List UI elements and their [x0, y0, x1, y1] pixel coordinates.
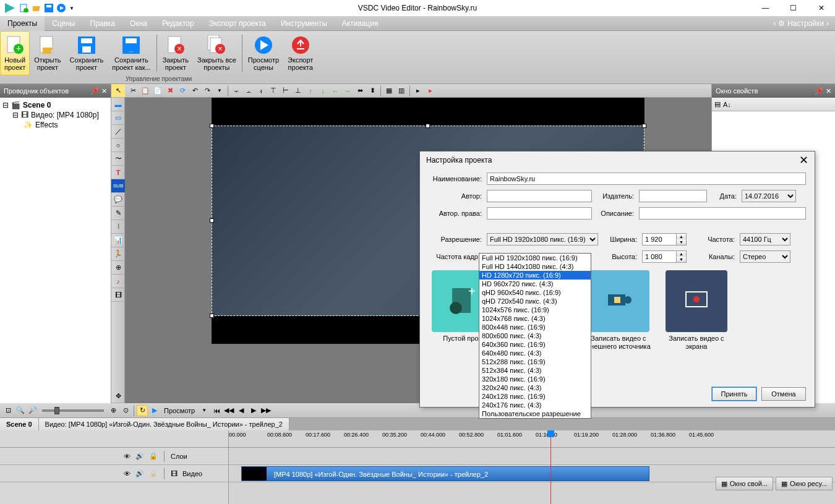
resolution-option[interactable]: HD 960x720 пикс. (4:3) [479, 280, 591, 288]
channels-field[interactable]: Стерео [740, 250, 790, 263]
play-icon[interactable]: ▶ [149, 405, 160, 416]
animation-tool[interactable]: 🏃 [111, 247, 125, 261]
resolution-dropdown[interactable]: Full HD 1920x1080 пикс. (16:9)Full HD 14… [479, 253, 591, 419]
pin-icon[interactable]: 📌 [815, 87, 823, 95]
name-field[interactable] [487, 173, 806, 185]
line-tool[interactable]: ／ [111, 125, 125, 139]
zoom-out-icon[interactable]: 🔎 [27, 405, 38, 416]
timeline-tracks[interactable]: 00.00000:08.60000:17.60000:26.40000:35.2… [229, 430, 835, 504]
up-icon[interactable]: ▲ [677, 234, 686, 239]
categorize-icon[interactable]: ▤ [714, 100, 721, 108]
align-center-icon[interactable]: ⫠ [243, 85, 254, 96]
dropdown-icon[interactable]: ▼ [199, 405, 210, 416]
arrow-left-icon[interactable]: ← [330, 85, 341, 96]
redo-icon[interactable]: ↷ [202, 85, 213, 96]
description-field[interactable] [639, 207, 806, 220]
copy-icon[interactable]: 📋 [140, 85, 151, 96]
tab-tools[interactable]: Инструменты [273, 16, 335, 31]
close-project-button[interactable]: × Закрытьпроект [158, 31, 193, 75]
handle-sw[interactable] [210, 314, 214, 318]
next-icon[interactable]: ▶▶ [260, 405, 272, 416]
resolution-option[interactable]: 640x360 пикс. (16:9) [479, 340, 591, 349]
align-middle-icon[interactable]: ⊢ [280, 85, 291, 96]
resolution-option[interactable]: 512x384 пикс. (4:3) [479, 366, 591, 375]
sort-icon[interactable]: A↓ [723, 101, 731, 108]
resolution-option[interactable]: 240x176 пикс. (4:3) [479, 401, 591, 409]
layer-icon[interactable]: ▦ [383, 85, 395, 96]
resolution-option[interactable]: 1024x768 пикс. (4:3) [479, 314, 591, 323]
resolution-option[interactable]: 320x240 пикс. (4:3) [479, 383, 591, 392]
freq-field[interactable]: 44100 Гц [740, 233, 790, 246]
rect2-tool[interactable]: ▭ [111, 111, 125, 125]
video-clip[interactable]: [MP4 1080p] «Изгой-Один. Звёздные Войны_… [241, 466, 649, 481]
rect-tool[interactable]: ▬ [111, 98, 125, 111]
maximize-button[interactable]: ☐ [779, 0, 807, 16]
eye-icon[interactable]: 👁 [124, 470, 131, 477]
fwd-icon[interactable]: ▶ [248, 405, 259, 416]
delete-marker-icon[interactable]: ▸ [425, 85, 436, 96]
paste-icon[interactable]: 📄 [152, 85, 163, 96]
down-icon[interactable]: ▼ [677, 239, 686, 245]
tooltip-tool[interactable]: 💬 [111, 193, 125, 207]
layer2-icon[interactable]: ▥ [396, 85, 407, 96]
minimize-button[interactable]: — [751, 0, 779, 16]
align-left-icon[interactable]: ⫟ [231, 85, 242, 96]
dock-tab-properties[interactable]: ▦Окно свой... [716, 477, 773, 490]
align-bottom-icon[interactable]: ⊥ [293, 85, 304, 96]
down-icon[interactable]: ▼ [677, 257, 686, 262]
lock-icon[interactable]: 🔒 [149, 452, 158, 460]
scene-tab[interactable]: Scene 0 [0, 418, 39, 430]
tree-effects[interactable]: ✨Effects [2, 120, 108, 130]
ok-button[interactable]: Принять [712, 387, 756, 401]
video-tool[interactable]: 🎞 [111, 288, 125, 302]
chart-tool[interactable]: 📊 [111, 234, 125, 247]
resolution-option[interactable]: Full HD 1920x1080 пикс. (16:9) [479, 254, 591, 262]
timeline-ruler[interactable]: 00.00000:08.60000:17.60000:26.40000:35.2… [229, 430, 835, 448]
sound-icon[interactable]: 🔊 [135, 452, 144, 460]
template-capture-screen[interactable]: Записать видео с экрана [662, 270, 730, 351]
qat-open-icon[interactable] [32, 4, 41, 12]
settings-button[interactable]: ‹ ⚙ Настройки › [767, 19, 835, 28]
curve-tool[interactable]: 〜 [111, 152, 125, 166]
collapse-icon[interactable]: ⊟ [12, 111, 19, 119]
hdist-icon[interactable]: ⬌ [354, 85, 366, 96]
first-icon[interactable]: ⏮ [211, 405, 222, 416]
export-project-button[interactable]: Экспортпроекта [283, 31, 317, 75]
eye-icon[interactable]: 👁 [124, 453, 131, 460]
ellipse-tool[interactable]: ○ [111, 139, 125, 152]
video-track-header[interactable]: 👁 🔊 🔒 🎞 Видео [0, 465, 228, 482]
cut-icon[interactable]: ✂ [127, 85, 139, 96]
tree-scene[interactable]: ⊟🎬Scene 0 [2, 100, 108, 110]
qat-dropdown-icon[interactable]: ▼ [69, 6, 74, 11]
arrow-up-icon[interactable]: ↑ [305, 85, 316, 96]
handle-w[interactable] [210, 218, 214, 223]
resolution-option[interactable]: Пользовательское разрешение [479, 409, 591, 418]
refresh-icon[interactable]: ⟳ [177, 85, 188, 96]
save-as-button[interactable]: ... Сохранитьпроект как... [108, 31, 155, 75]
tab-scenes[interactable]: Сцены [45, 16, 82, 31]
tab-projects[interactable]: Проекты [0, 16, 45, 31]
tab-export[interactable]: Экспорт проекта [202, 16, 273, 31]
align-right-icon[interactable]: ⫞ [255, 85, 267, 96]
arrow-down-icon[interactable]: ↓ [317, 85, 328, 96]
zoom-slider[interactable] [42, 409, 104, 412]
tab-editor[interactable]: Редактор [155, 16, 202, 31]
sub-tool[interactable]: SUB [111, 179, 125, 193]
close-icon[interactable]: ✕ [101, 87, 107, 95]
loop-icon[interactable]: ↻ [137, 405, 148, 416]
copyright-field[interactable] [487, 207, 592, 220]
lock-icon[interactable]: 🔒 [149, 469, 158, 477]
handle-ne[interactable] [642, 124, 646, 128]
resolution-option[interactable]: 640x480 пикс. (4:3) [479, 349, 591, 357]
counter-tool[interactable]: ⊕ [111, 261, 125, 275]
move-tool[interactable]: ✥ [111, 390, 125, 403]
template-capture-device[interactable]: Записать видео с внешнего источника [584, 270, 653, 351]
layers-track[interactable] [229, 448, 835, 465]
qat-new-icon[interactable] [20, 4, 28, 12]
marker-icon[interactable]: ▸ [413, 85, 424, 96]
author-field[interactable] [487, 190, 592, 202]
cancel-button[interactable]: Отмена [761, 387, 806, 401]
qat-save-icon[interactable] [45, 4, 53, 12]
preview-scene-button[interactable]: Просмотрсцены [244, 31, 283, 75]
zoom-full-icon[interactable]: ⊙ [120, 405, 131, 416]
